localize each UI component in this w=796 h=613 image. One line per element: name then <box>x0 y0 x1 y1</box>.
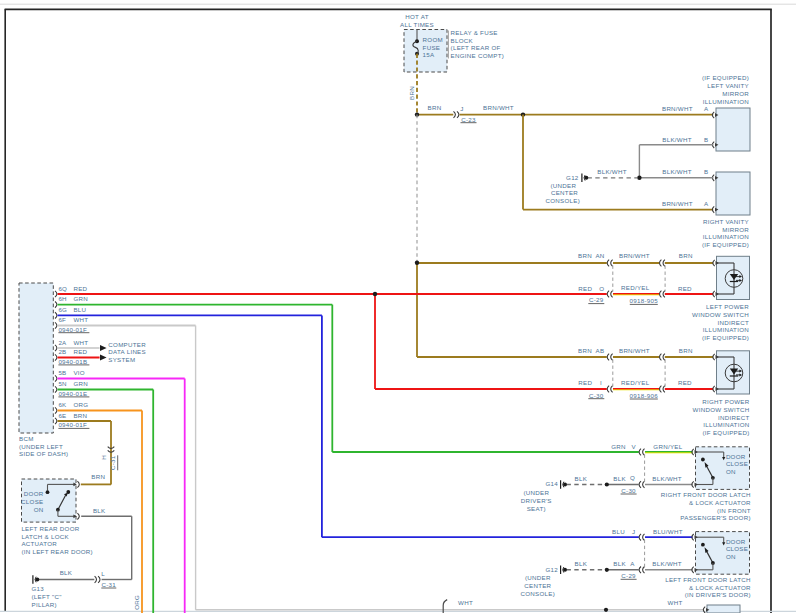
svg-text:6K: 6K <box>58 401 67 408</box>
svg-text:6Q: 6Q <box>58 285 67 292</box>
svg-text:VIO: VIO <box>73 369 85 376</box>
svg-text:G12: G12 <box>545 566 558 573</box>
svg-text:RELAY & FUSE: RELAY & FUSE <box>451 29 498 36</box>
svg-text:6H: 6H <box>58 295 66 302</box>
svg-text:(IF EQUIPPED): (IF EQUIPPED) <box>702 74 749 81</box>
svg-text:BLK: BLK <box>93 507 106 514</box>
svg-text:A: A <box>704 105 709 112</box>
svg-text:CENTER: CENTER <box>524 582 551 589</box>
svg-text:ON: ON <box>34 506 44 513</box>
svg-text:C-29: C-29 <box>589 296 604 303</box>
svg-text:(LEFT "C": (LEFT "C" <box>32 593 62 600</box>
svg-text:FUSE: FUSE <box>423 44 441 51</box>
svg-text:BRN/WHT: BRN/WHT <box>662 200 693 207</box>
svg-text:BRN/WHT: BRN/WHT <box>483 104 514 111</box>
svg-text:BLU: BLU <box>612 528 625 535</box>
svg-text:G13: G13 <box>32 585 45 592</box>
svg-text:WINDOW SWITCH: WINDOW SWITCH <box>692 311 749 318</box>
svg-text:(IF EQUIPPED): (IF EQUIPPED) <box>703 429 750 436</box>
svg-text:0940-01B: 0940-01B <box>58 358 87 365</box>
svg-text:J: J <box>460 105 463 112</box>
svg-text:ILLUMINATION: ILLUMINATION <box>703 233 749 240</box>
svg-text:C-30: C-30 <box>621 487 636 494</box>
svg-text:V: V <box>631 443 636 450</box>
svg-text:RED/YEL: RED/YEL <box>621 379 650 386</box>
svg-text:A: A <box>630 560 635 567</box>
svg-text:PILLAR): PILLAR) <box>32 601 57 608</box>
svg-text:BLK: BLK <box>575 560 588 567</box>
svg-text:0940-01F: 0940-01F <box>58 421 87 428</box>
svg-text:MIRROR: MIRROR <box>722 90 749 97</box>
svg-text:CENTER: CENTER <box>551 189 578 196</box>
svg-text:(UNDER: (UNDER <box>550 182 576 189</box>
svg-text:(IN DRIVER'S DOOR): (IN DRIVER'S DOOR) <box>685 591 751 598</box>
svg-text:RED: RED <box>578 285 592 292</box>
svg-text:BCM: BCM <box>19 435 34 442</box>
svg-text:BLK/WHT: BLK/WHT <box>652 475 681 482</box>
svg-text:Q: Q <box>630 474 635 481</box>
svg-text:ALL TIMES: ALL TIMES <box>400 21 434 28</box>
svg-text:& LOCK ACTUATOR: & LOCK ACTUATOR <box>689 584 751 591</box>
svg-text:BLU: BLU <box>73 306 86 313</box>
svg-text:5B: 5B <box>58 369 66 376</box>
svg-text:INDIRECT: INDIRECT <box>718 414 749 421</box>
svg-text:BRN/WHT: BRN/WHT <box>662 105 693 112</box>
svg-text:SEAT): SEAT) <box>527 505 546 512</box>
svg-text:CONSOLE): CONSOLE) <box>521 590 556 597</box>
svg-text:BLK/WHT: BLK/WHT <box>597 168 626 175</box>
svg-text:BRN: BRN <box>428 104 442 111</box>
svg-text:ORG: ORG <box>133 595 140 610</box>
svg-text:5N: 5N <box>58 380 66 387</box>
svg-text:CLOSE: CLOSE <box>726 460 748 467</box>
svg-text:(LEFT REAR OF: (LEFT REAR OF <box>451 44 501 51</box>
svg-text:(UNDER: (UNDER <box>525 574 551 581</box>
svg-text:6F: 6F <box>58 316 66 323</box>
svg-text:(IN FRONT: (IN FRONT <box>717 507 751 514</box>
svg-text:WHT: WHT <box>458 599 473 606</box>
svg-text:O: O <box>599 285 604 292</box>
svg-text:(IF EQUIPPED): (IF EQUIPPED) <box>702 241 749 248</box>
svg-text:ILLUMINATION: ILLUMINATION <box>703 98 749 105</box>
svg-text:BLK: BLK <box>60 569 73 576</box>
svg-text:BLOCK: BLOCK <box>451 37 474 44</box>
svg-text:BRN/WHT: BRN/WHT <box>619 252 650 259</box>
svg-text:B: B <box>704 168 708 175</box>
svg-text:LEFT POWER: LEFT POWER <box>706 303 749 310</box>
svg-text:AB: AB <box>596 347 605 354</box>
svg-text:C-30: C-30 <box>589 392 604 399</box>
svg-text:C-31: C-31 <box>102 581 117 588</box>
svg-text:BRN: BRN <box>408 86 415 100</box>
svg-text:CLOSE: CLOSE <box>21 498 43 505</box>
svg-text:G12: G12 <box>566 174 579 181</box>
svg-text:BRN/WHT: BRN/WHT <box>619 347 650 354</box>
svg-text:A: A <box>704 200 709 207</box>
svg-text:ILLUMINATION: ILLUMINATION <box>703 326 749 333</box>
svg-text:SYSTEM: SYSTEM <box>108 356 135 363</box>
svg-text:ACTUATOR: ACTUATOR <box>21 540 57 547</box>
svg-text:BLU/WHT: BLU/WHT <box>653 528 683 535</box>
svg-text:(UNDER LEFT: (UNDER LEFT <box>19 443 63 450</box>
svg-text:BRN: BRN <box>91 473 105 480</box>
svg-text:DOOR: DOOR <box>726 538 746 545</box>
svg-text:INDIRECT: INDIRECT <box>718 319 749 326</box>
svg-text:(UNDER: (UNDER <box>523 489 549 496</box>
svg-text:WHT: WHT <box>668 599 683 606</box>
svg-text:SIDE OF DASH): SIDE OF DASH) <box>19 450 68 457</box>
svg-text:ENGINE COMPT): ENGINE COMPT) <box>451 52 505 59</box>
svg-text:DOOR: DOOR <box>726 453 746 460</box>
svg-text:BLK/WHT: BLK/WHT <box>652 560 681 567</box>
svg-text:WHT: WHT <box>73 339 88 346</box>
svg-text:BLK/WHT: BLK/WHT <box>662 136 691 143</box>
svg-text:15A: 15A <box>423 51 435 58</box>
svg-text:GRN: GRN <box>611 443 626 450</box>
svg-text:B: B <box>704 136 708 143</box>
svg-text:G14: G14 <box>545 480 558 487</box>
svg-text:C-29: C-29 <box>621 572 636 579</box>
svg-text:BLK/WHT: BLK/WHT <box>662 168 691 175</box>
svg-text:0918-905: 0918-905 <box>630 297 659 304</box>
svg-text:RIGHT FRONT DOOR LATCH: RIGHT FRONT DOOR LATCH <box>661 491 751 498</box>
svg-text:BLK: BLK <box>613 475 626 482</box>
svg-text:COMPUTER: COMPUTER <box>108 341 146 348</box>
svg-text:RIGHT POWER: RIGHT POWER <box>702 398 750 405</box>
svg-text:RED: RED <box>73 285 87 292</box>
